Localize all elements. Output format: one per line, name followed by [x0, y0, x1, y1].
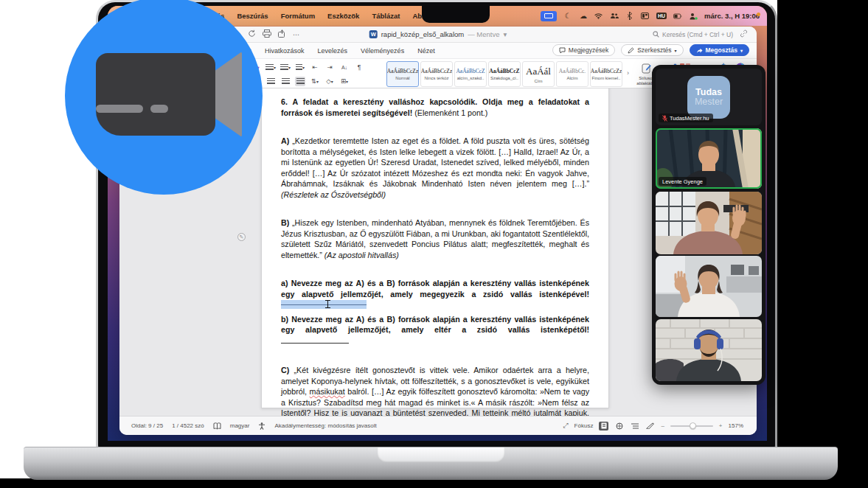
style-sample: AaÁáBbCcZz: [387, 68, 418, 74]
decrease-indent-button[interactable]: ⇤: [310, 63, 320, 72]
spellcheck-icon[interactable]: [213, 422, 221, 430]
gallery-expand-icon[interactable]: ›: [627, 69, 629, 77]
user-status-icon[interactable]: [689, 12, 698, 21]
scene: SzerkesztésBeszúrásFormátumEszközökTáblá…: [0, 0, 868, 488]
menu-item-2[interactable]: Beszúrás: [237, 12, 268, 20]
zoom-participants-panel[interactable]: Tudas Mester TudasMester.hu: [652, 65, 765, 385]
language-indicator[interactable]: magyar: [230, 422, 250, 429]
tudasmester-logo: Tudas Mester: [687, 76, 730, 119]
screen-mirroring-icon[interactable]: [541, 11, 557, 21]
menu-item-5[interactable]: Táblázat: [372, 12, 400, 20]
margin-annotation-icon[interactable]: ✎: [237, 233, 246, 241]
style-label: Nincs térköz: [424, 76, 448, 80]
accessibility-status[interactable]: Akadálymentesség: módosítás javasolt: [274, 422, 376, 429]
participant-tile-levente[interactable]: Levente Gyenge: [656, 128, 762, 189]
search-box[interactable]: Keresés (Cmd + Ctrl + U): [653, 31, 733, 38]
editing-mode-button[interactable]: Szerkesztés▾: [621, 44, 683, 56]
document-title[interactable]: W rapid_közép_első_alkalom — Mentve ▾: [369, 30, 507, 38]
increase-indent-button[interactable]: ⇥: [324, 63, 335, 72]
print-layout-view-button[interactable]: [599, 422, 608, 431]
multilevel-list-button[interactable]: ▾: [295, 63, 305, 72]
style-c-m[interactable]: AaÁálCím: [522, 61, 555, 87]
ribbon-tab-hivatkozások[interactable]: Hivatkozások: [265, 47, 305, 55]
menu-bar-status-icons: ☾ ☁ HU: [541, 6, 760, 26]
borders-button[interactable]: ⊞▾: [339, 77, 350, 86]
answer-blank-selected[interactable]: [281, 300, 367, 309]
status-bar: Oldal: 9 / 25 1 / 4522 szó magyar Akadál…: [119, 416, 757, 435]
sort-button[interactable]: A↓: [339, 63, 350, 72]
participant-name-pill: Levente Gyenge: [659, 177, 706, 186]
battery-icon: [673, 12, 682, 21]
participant-tile-brand[interactable]: Tudas Mester TudasMester.hu: [656, 69, 762, 125]
justify-button[interactable]: [295, 77, 305, 86]
immersive-reader-button[interactable]: [614, 422, 624, 431]
style-szakdoga-c-[interactable]: AaÁáBbCcZSzakdoga_cí..: [488, 61, 521, 87]
do-not-disturb-icon[interactable]: ☾: [563, 12, 572, 21]
answer-blank[interactable]: [281, 336, 349, 344]
document-page[interactable]: 6. A feladat a keresztény valláshoz kapc…: [261, 88, 609, 408]
zoom-slider-knob[interactable]: [690, 422, 696, 429]
saved-status: — Mentve: [468, 30, 499, 38]
numbered-list-button[interactable]: ▾: [280, 63, 291, 72]
zoom-slider[interactable]: [670, 425, 713, 427]
more-options-icon[interactable]: ⋯: [293, 31, 300, 38]
users-icon[interactable]: [610, 12, 619, 21]
word-count[interactable]: 1 / 4522 szó: [172, 422, 204, 429]
menu-bar-clock[interactable]: márc. 3., H 19:06: [704, 12, 760, 20]
draft-view-button[interactable]: [645, 422, 655, 431]
text-cursor: [325, 299, 330, 309]
focus-label[interactable]: Fókusz: [574, 422, 594, 429]
doc-paragraph-2: A) „Kezdetkor teremtette Isten az eget é…: [281, 136, 589, 200]
doc-text-run: B): [281, 218, 292, 227]
participant-tile-5[interactable]: [656, 319, 762, 381]
style-alc-m[interactable]: AaÁáBbCc.Alcím: [556, 61, 588, 87]
doc-text-run: (Elemenként 1 pont.): [414, 108, 487, 117]
bluetooth-icon[interactable]: [625, 12, 634, 21]
doc-text-run: (Az apostoli hitvallás): [324, 251, 399, 259]
window-tiles-icon[interactable]: [641, 12, 650, 21]
ribbon-tab-levelezés[interactable]: Levelezés: [318, 47, 348, 55]
comments-button[interactable]: Megjegyzések: [552, 44, 615, 56]
zoom-in-button[interactable]: +: [719, 422, 723, 429]
zoom-percent[interactable]: 157%: [729, 422, 743, 429]
word-app-icon: W: [369, 30, 378, 38]
line-spacing-button[interactable]: ⇅▾: [310, 77, 320, 86]
menu-item-4[interactable]: Eszközök: [327, 12, 359, 20]
menu-item-3[interactable]: Formátum: [281, 12, 315, 20]
participant-video: [656, 256, 762, 317]
document-body: 6. A feladat a keresztény valláshoz kapc…: [281, 97, 589, 416]
share-icon[interactable]: [278, 29, 286, 39]
pilcrow-button[interactable]: ¶: [354, 63, 364, 72]
shading-button[interactable]: ◇▾: [324, 77, 335, 86]
wifi-icon[interactable]: [594, 12, 603, 21]
ribbon-tab-nézet[interactable]: Nézet: [417, 47, 435, 55]
autosave-sync-icon[interactable]: [248, 29, 256, 39]
search-icon: [653, 31, 659, 38]
style-nincs-t-rk-z[interactable]: AaÁáBbCcZzNincs térköz: [420, 61, 453, 87]
align-right-button[interactable]: [280, 77, 291, 86]
page-count[interactable]: Oldal: 9 / 25: [131, 422, 163, 429]
ribbon-tab-véleményezés[interactable]: Véleményezés: [361, 47, 404, 55]
style-sample: AaÁáBbCcZz: [591, 68, 622, 74]
camera-detail-line: [150, 105, 168, 113]
participant-tile-3[interactable]: [656, 192, 762, 254]
zoom-out-button[interactable]: –: [661, 422, 664, 429]
cloud-icon[interactable]: ☁: [579, 12, 588, 21]
camera-indicator-dot: [757, 13, 760, 16]
laptop-base: [24, 447, 838, 480]
camera-lens-shape: [215, 52, 242, 137]
focus-expand-icon[interactable]: ⤢: [563, 422, 568, 430]
print-icon[interactable]: [263, 29, 271, 39]
style-norm-l[interactable]: AaÁáBbCcZzNormál: [386, 61, 419, 87]
bullet-list-button[interactable]: ▾: [265, 63, 276, 72]
participant-tile-4[interactable]: [656, 256, 762, 317]
align-center-button[interactable]: [265, 77, 276, 86]
doc-text-run: (Részletek az Ószövetségből): [281, 190, 386, 199]
outline-view-button[interactable]: [630, 422, 639, 431]
copy-link-icon[interactable]: [740, 29, 748, 39]
share-document-button[interactable]: Megosztás▾: [690, 44, 749, 56]
keyboard-layout-badge[interactable]: HU: [656, 13, 667, 19]
style-finom-kiemel-[interactable]: AaÁáBbCcZzFinom kiemel..: [590, 61, 622, 87]
style-alc-m-szakd-[interactable]: AaÁáBbCcZalcím_szakd..: [454, 61, 487, 87]
doc-paragraph-3: B) „Hiszek egy Istenben, mindenható Atyá…: [281, 217, 589, 260]
